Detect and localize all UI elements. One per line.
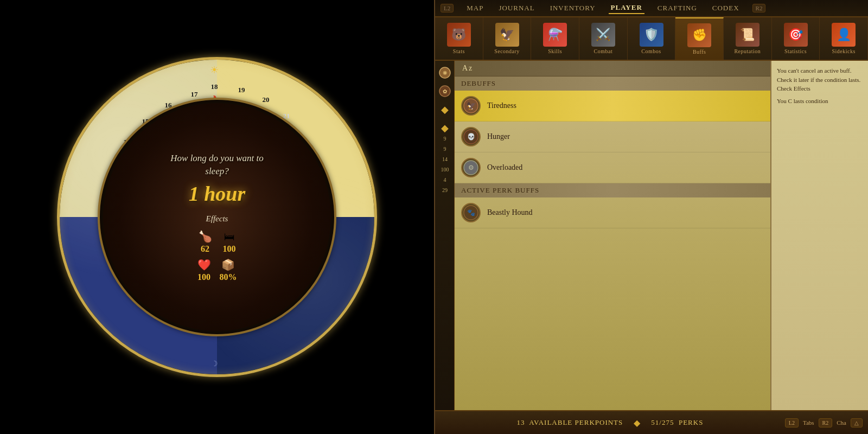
bed-icon: 🛏 bbox=[224, 231, 235, 243]
buff-item-overloaded[interactable]: ⚙ Overloaded bbox=[455, 152, 770, 183]
svg-text:🐾: 🐾 bbox=[467, 208, 475, 216]
health-effect: ❤️ 100 bbox=[197, 258, 211, 282]
tab-sidekicks[interactable]: 👤 Sidekicks bbox=[820, 17, 868, 60]
info-panel: You can't cancel an active buff. Check i… bbox=[770, 61, 868, 410]
sleep-effect: 🛏 100 bbox=[223, 231, 236, 254]
triangle-button[interactable]: △ bbox=[851, 418, 863, 427]
sleep-time: 1 hour bbox=[189, 182, 246, 206]
tab-stats[interactable]: 🐻 Stats bbox=[435, 17, 483, 60]
l2-control-button[interactable]: L2 bbox=[785, 418, 799, 427]
effects-row-1: 🍗 62 🛏 100 bbox=[199, 230, 236, 254]
buffs-emblem: ✊ bbox=[687, 23, 711, 47]
tab-secondary[interactable]: 🦅 Secondary bbox=[483, 17, 532, 60]
nav-codex[interactable]: CODEX bbox=[710, 3, 742, 14]
combat-emblem: ⚔️ bbox=[591, 23, 615, 47]
left-stat-numbers: 9 9 14 100 4 29 bbox=[435, 136, 455, 193]
combos-emblem: 🛡️ bbox=[640, 23, 663, 47]
bottom-controls: L2 Tabs R2 Cha △ bbox=[785, 411, 868, 434]
perk-points-label: AVAILABLE PERKPOINTS bbox=[529, 418, 623, 426]
clock-face: How long do you want to sleep? 1 hour Ef… bbox=[103, 103, 331, 331]
info-text-2: You C lasts condition bbox=[777, 97, 863, 106]
hunger-icon: 💀 bbox=[461, 127, 481, 146]
side-nav-arrow-up[interactable]: ◆ bbox=[437, 102, 452, 117]
combos-tab-label: Combos bbox=[641, 48, 661, 54]
statistics-emblem: 🎯 bbox=[784, 23, 808, 47]
nav-crafting[interactable]: CRAFTING bbox=[655, 3, 699, 14]
side-nav-arrow-down[interactable]: ◆ bbox=[437, 120, 452, 136]
tab-combat[interactable]: ⚔️ Combat bbox=[579, 17, 628, 60]
svg-text:⚙: ⚙ bbox=[468, 164, 474, 171]
box-icon: 📦 bbox=[221, 258, 235, 271]
beastly-hound-name: Beastly Hound bbox=[487, 208, 533, 217]
svg-text:18: 18 bbox=[211, 82, 219, 91]
tabs-label: Tabs bbox=[803, 419, 814, 426]
buff-item-beastly-hound[interactable]: 🐾 Beastly Hound bbox=[455, 197, 770, 228]
tab-reputation[interactable]: 📜 Reputation bbox=[724, 17, 772, 60]
svg-text:✿: ✿ bbox=[443, 88, 447, 94]
food-effect: 🍗 62 bbox=[199, 230, 212, 254]
side-icon-1: ❋ bbox=[437, 65, 452, 80]
buff-item-tiredness[interactable]: 🦅 Tiredness bbox=[455, 91, 770, 122]
buff-list: Az Debuffs 🦅 Tiredness 💀 Hunger bbox=[455, 61, 770, 410]
svg-text:19: 19 bbox=[238, 86, 246, 94]
nav-journal[interactable]: JOURNAL bbox=[496, 3, 537, 14]
az-label: Az bbox=[462, 64, 473, 72]
svg-text:💀: 💀 bbox=[467, 132, 475, 141]
food-icon: 🍗 bbox=[199, 230, 212, 243]
icon-tabs-row: 🐻 Stats 🦅 Secondary ⚗️ Skills ⚔️ Combat … bbox=[435, 17, 868, 61]
combat-tab-label: Combat bbox=[594, 48, 613, 54]
tab-combos[interactable]: 🛡️ Combos bbox=[628, 17, 676, 60]
svg-text:❋: ❋ bbox=[443, 70, 447, 76]
left-trigger-button[interactable]: L2 bbox=[441, 4, 454, 12]
player-menu-panel: L2 MAP JOURNAL INVENTORY PLAYER CRAFTING… bbox=[434, 0, 868, 434]
stat-100: 100 bbox=[441, 167, 449, 173]
tab-statistics[interactable]: 🎯 Statistics bbox=[772, 17, 820, 60]
overloaded-icon: ⚙ bbox=[461, 158, 481, 177]
sidekicks-tab-label: Sidekicks bbox=[832, 48, 856, 54]
buffs-tab-label: Buffs bbox=[693, 49, 706, 55]
stat-29: 29 bbox=[442, 187, 448, 193]
perks-label: PERKS bbox=[679, 418, 703, 426]
reputation-tab-label: Reputation bbox=[734, 48, 761, 54]
side-icon-2: ✿ bbox=[437, 84, 452, 99]
tiredness-icon: 🦅 bbox=[461, 96, 481, 116]
buff-item-hunger[interactable]: 💀 Hunger bbox=[455, 122, 770, 152]
perks-current: 51 bbox=[651, 418, 659, 426]
skills-tab-label: Skills bbox=[548, 48, 562, 54]
heart-icon: ❤️ bbox=[197, 258, 211, 271]
secondary-emblem: 🦅 bbox=[495, 23, 519, 47]
perk-points-display: 13 AVAILABLE PERKPOINTS ◆ 51/275 PERKS bbox=[435, 411, 785, 434]
statistics-tab-label: Statistics bbox=[784, 48, 807, 54]
sleep-value: 100 bbox=[223, 244, 236, 254]
tab-buffs[interactable]: ✊ Buffs bbox=[675, 17, 724, 60]
reputation-emblem: 📜 bbox=[736, 23, 760, 47]
stat-14: 14 bbox=[442, 156, 448, 162]
main-content-area: ❋ ✿ ◆ ◆ Az Debuffs 🦅 Tiredness bbox=[435, 61, 868, 410]
svg-text:☀: ☀ bbox=[210, 65, 219, 75]
available-perk-points: 13 AVAILABLE PERKPOINTS bbox=[516, 418, 623, 427]
perks-max: 275 bbox=[662, 418, 674, 426]
stats-tab-label: Stats bbox=[453, 48, 465, 54]
cha-label: Cha bbox=[837, 419, 846, 426]
effects-label: Effects bbox=[206, 214, 228, 224]
nav-player[interactable]: PLAYER bbox=[609, 2, 644, 14]
weight-value: 80% bbox=[220, 272, 237, 282]
secondary-tab-label: Secondary bbox=[494, 48, 520, 54]
right-trigger-button[interactable]: R2 bbox=[752, 4, 766, 12]
tab-skills[interactable]: ⚗️ Skills bbox=[531, 17, 579, 60]
skills-emblem: ⚗️ bbox=[543, 23, 567, 47]
side-icons-bar: ❋ ✿ ◆ ◆ bbox=[435, 61, 455, 410]
az-sort-header[interactable]: Az bbox=[455, 61, 770, 76]
stat-9-1: 9 bbox=[444, 136, 446, 142]
nav-map[interactable]: MAP bbox=[464, 3, 486, 14]
health-value: 100 bbox=[197, 272, 210, 282]
sleep-panel: ☀ ☽ 18 19 20 21 22 23 24 1 2 3 4 5 6 7 8… bbox=[0, 0, 434, 434]
effects-row-2: ❤️ 100 📦 80% bbox=[197, 258, 237, 282]
top-nav-bar: L2 MAP JOURNAL INVENTORY PLAYER CRAFTING… bbox=[435, 0, 868, 17]
nav-inventory[interactable]: INVENTORY bbox=[548, 3, 598, 14]
tiredness-name: Tiredness bbox=[487, 101, 516, 110]
food-value: 62 bbox=[201, 244, 209, 254]
sleep-clock[interactable]: ☀ ☽ 18 19 20 21 22 23 24 1 2 3 4 5 6 7 8… bbox=[60, 60, 374, 374]
beastly-hound-icon: 🐾 bbox=[461, 203, 481, 222]
r2-control-button[interactable]: R2 bbox=[819, 418, 833, 427]
